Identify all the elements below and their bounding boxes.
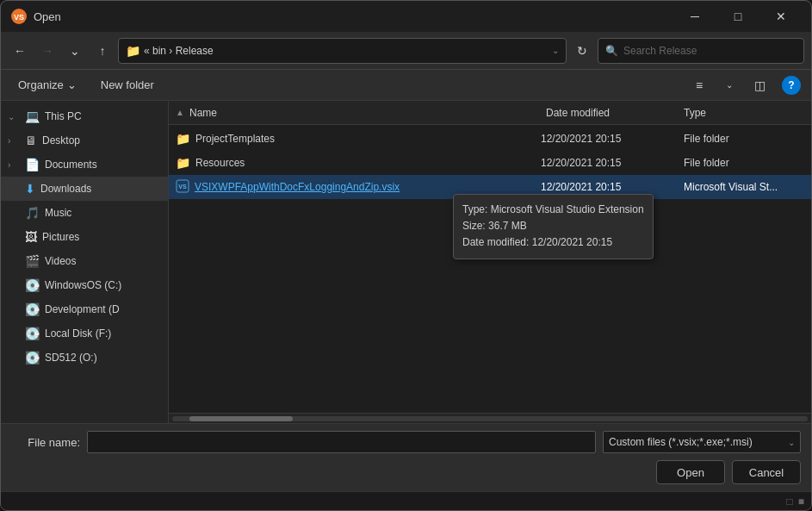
navigation-toolbar: ← → ⌄ ↑ 📁 « bin › Release ⌄ ↻ 🔍 <box>1 32 811 70</box>
tooltip-size-label: Size: <box>462 220 486 232</box>
minimize-button[interactable]: ─ <box>675 3 715 29</box>
table-row[interactable]: VS VSIXWPFAppWithDocFxLoggingAndZip.vsix… <box>169 175 811 199</box>
sidebar-item-windows-os[interactable]: 💽 WindowsOS (C:) <box>1 273 168 297</box>
file-name-cell: Resources <box>195 157 536 169</box>
address-folder-icon: 📁 <box>126 44 140 58</box>
file-name-cell: VSIXWPFAppWithDocFxLoggingAndZip.vsix <box>195 181 536 193</box>
this-pc-label: This PC <box>45 110 161 122</box>
documents-label: Documents <box>45 159 161 171</box>
expand-arrow-icon: ⌄ <box>8 112 20 122</box>
tooltip-size-value: 36.7 MB <box>488 220 527 232</box>
address-path: « bin › Release <box>144 45 549 57</box>
table-row[interactable]: 📁 ProjectTemplates 12/20/2021 20:15 File… <box>169 127 811 151</box>
table-row[interactable]: 📁 Resources 12/20/2021 20:15 File folder <box>169 151 811 175</box>
videos-label: Videos <box>45 255 161 267</box>
sidebar-item-this-pc[interactable]: ⌄ 💻 This PC <box>1 104 168 128</box>
music-label: Music <box>45 207 161 219</box>
desktop-icon: 🖥 <box>25 134 37 147</box>
folder-icon: 📁 <box>176 156 190 170</box>
music-icon: 🎵 <box>25 206 40 220</box>
view-dropdown-button[interactable]: ⌄ <box>722 73 737 97</box>
scroll-track <box>172 416 808 421</box>
file-type-label: Custom files (*.vsix;*.exe;*.msi) <box>609 436 753 448</box>
development-icon: 💽 <box>25 302 40 316</box>
file-name-label: File name: <box>11 436 80 449</box>
sd512-icon: 💽 <box>25 351 40 365</box>
pictures-icon: 🖼 <box>25 230 37 244</box>
cancel-button[interactable]: Cancel <box>732 460 801 484</box>
file-type-cell: Microsoft Visual St... <box>684 181 804 193</box>
maximize-button[interactable]: □ <box>718 3 758 29</box>
pictures-label: Pictures <box>42 231 161 243</box>
open-button[interactable]: Open <box>656 460 725 484</box>
forward-button[interactable]: → <box>35 39 59 63</box>
new-folder-button[interactable]: New folder <box>94 75 161 95</box>
tooltip-date: Date modified: 12/20/2021 20:15 <box>462 234 644 251</box>
file-type-dropdown[interactable]: Custom files (*.vsix;*.exe;*.msi) ⌄ <box>603 431 801 453</box>
sidebar-item-music[interactable]: 🎵 Music <box>1 201 168 225</box>
open-dialog: VS Open ─ □ ✕ ← → ⌄ ↑ 📁 « bin › Release … <box>0 0 812 511</box>
status-icon-1: □ <box>787 495 793 508</box>
sd512-label: SD512 (O:) <box>45 352 161 364</box>
desktop-label: Desktop <box>42 134 161 146</box>
down-arrow-button[interactable]: ⌄ <box>63 39 87 63</box>
sidebar-item-videos[interactable]: 🎬 Videos <box>1 249 168 273</box>
back-button[interactable]: ← <box>8 39 32 63</box>
file-name-cell: ProjectTemplates <box>195 133 536 145</box>
file-name-input[interactable] <box>87 431 596 453</box>
titlebar: VS Open ─ □ ✕ <box>1 1 811 32</box>
search-box[interactable]: 🔍 <box>598 38 804 64</box>
svg-text:VS: VS <box>14 13 24 22</box>
status-icons: □ ■ <box>787 495 805 508</box>
expand-arrow-icon: › <box>8 160 20 170</box>
horizontal-scrollbar[interactable] <box>169 413 811 423</box>
tooltip-size: Size: 36.7 MB <box>462 218 644 234</box>
main-area: ⌄ 💻 This PC › 🖥 Desktop › 📄 Documents ⬇ … <box>1 101 811 423</box>
file-type-cell: File folder <box>684 157 804 169</box>
column-type-header[interactable]: Type <box>684 107 804 119</box>
windows-os-label: WindowsOS (C:) <box>45 279 161 291</box>
tooltip-type-value: Microsoft Visual Studio Extension <box>491 203 644 215</box>
vsix-icon: VS <box>176 179 189 196</box>
search-icon: 🔍 <box>605 45 618 57</box>
expand-arrow-icon: › <box>8 136 20 146</box>
file-tooltip: Type: Microsoft Visual Studio Extension … <box>453 194 654 259</box>
file-list: 📁 ProjectTemplates 12/20/2021 20:15 File… <box>169 125 811 413</box>
this-pc-icon: 💻 <box>25 109 40 123</box>
windows-os-icon: 💽 <box>25 278 40 292</box>
view-button[interactable]: ≡ <box>687 73 711 97</box>
documents-icon: 📄 <box>25 158 40 171</box>
up-button[interactable]: ↑ <box>90 39 115 63</box>
column-date-header[interactable]: Date modified <box>546 107 684 119</box>
scroll-thumb[interactable] <box>189 416 293 421</box>
search-input[interactable] <box>623 45 797 57</box>
development-label: Development (D <box>45 303 161 315</box>
sidebar-item-development[interactable]: 💽 Development (D <box>1 297 168 321</box>
column-name-header[interactable]: Name <box>189 107 546 119</box>
file-date-cell: 12/20/2021 20:15 <box>541 157 679 169</box>
help-button[interactable]: ? <box>782 76 801 95</box>
sidebar-item-downloads[interactable]: ⬇ Downloads <box>1 177 168 201</box>
sidebar-item-pictures[interactable]: 🖼 Pictures <box>1 225 168 249</box>
svg-text:VS: VS <box>178 184 187 190</box>
subheader-toolbar: Organize ⌄ New folder ≡ ⌄ ◫ ? <box>1 70 811 101</box>
close-button[interactable]: ✕ <box>761 3 801 29</box>
tooltip-date-value: 12/20/2021 20:15 <box>532 236 612 248</box>
address-bar[interactable]: 📁 « bin › Release ⌄ <box>118 38 567 64</box>
sidebar-item-local-disk[interactable]: 💽 Local Disk (F:) <box>1 321 168 346</box>
sidebar-item-sd512[interactable]: 💽 SD512 (O:) <box>1 346 168 370</box>
folder-icon: 📁 <box>176 132 190 146</box>
footer: File name: Custom files (*.vsix;*.exe;*.… <box>1 423 811 491</box>
file-type-cell: File folder <box>684 133 804 145</box>
sidebar-item-documents[interactable]: › 📄 Documents <box>1 153 168 177</box>
sidebar: ⌄ 💻 This PC › 🖥 Desktop › 📄 Documents ⬇ … <box>1 101 169 423</box>
app-icon: VS <box>11 9 27 24</box>
tooltip-type: Type: Microsoft Visual Studio Extension <box>462 202 644 218</box>
address-dropdown-icon[interactable]: ⌄ <box>552 46 559 55</box>
sidebar-item-desktop[interactable]: › 🖥 Desktop <box>1 128 168 153</box>
tooltip-date-label: Date modified: <box>462 236 529 248</box>
file-area: ▲ Name Date modified Type 📁 ProjectTempl… <box>169 101 811 423</box>
refresh-button[interactable]: ↻ <box>570 39 594 63</box>
panel-view-button[interactable]: ◫ <box>747 73 772 97</box>
organize-button[interactable]: Organize ⌄ <box>11 75 84 95</box>
